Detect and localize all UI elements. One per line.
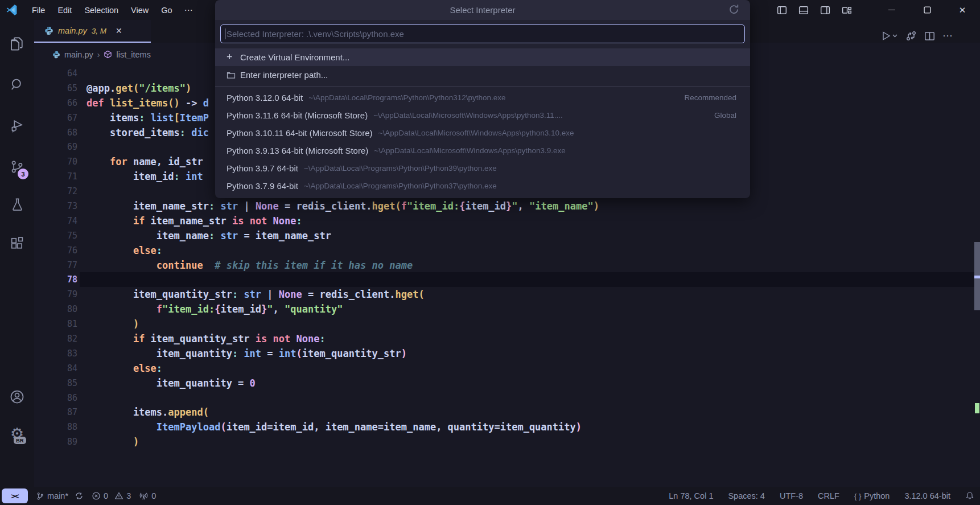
interpreter-item[interactable]: Python 3.10.11 64-bit (Microsoft Store)~… [215, 124, 750, 142]
code-line-87[interactable]: 87 items.append( [34, 405, 980, 420]
problems-indicator[interactable]: 0 3 [92, 491, 131, 500]
command-enter-interpreter-path[interactable]: Enter interpreter path... [215, 66, 750, 84]
encoding[interactable]: UTF-8 [780, 491, 803, 500]
code-line-86[interactable]: 86 [34, 391, 980, 405]
line-number: 68 [34, 128, 77, 138]
sidebar-item-extensions[interactable] [0, 229, 34, 257]
sidebar-item-explorer[interactable] [0, 30, 34, 58]
line-content: else: [87, 245, 162, 256]
toggle-panel-icon[interactable] [797, 3, 810, 17]
interpreter-filter-input[interactable] [220, 24, 745, 43]
minimize-button[interactable] [874, 0, 909, 20]
toggle-secondary-sidebar-icon[interactable] [818, 3, 832, 17]
testing-flask-icon [10, 197, 25, 212]
code-line-80[interactable]: 80 f"item_id:{item_id}", "quantity" [34, 302, 980, 317]
interpreter-name: Python 3.10.11 64-bit (Microsoft Store) [227, 128, 373, 138]
python-file-icon [52, 51, 60, 59]
menu-edit[interactable]: Edit [51, 3, 78, 17]
plus-icon: + [227, 51, 240, 63]
branch-name: main* [47, 491, 68, 500]
interpreter-item[interactable]: Python 3.7.9 64-bit~\AppData\Local\Progr… [215, 177, 750, 195]
python-interpreter-version[interactable]: 3.12.0 64-bit [904, 491, 950, 500]
search-icon [9, 77, 25, 93]
interpreter-path: ~\AppData\Local\Programs\Python\Python31… [308, 93, 676, 102]
menu-file[interactable]: File [26, 3, 51, 17]
close-button[interactable]: ✕ [945, 0, 980, 20]
line-content: f"item_id:{item_id}", "quantity" [87, 303, 343, 315]
more-actions-icon[interactable]: ⋯ [942, 30, 953, 42]
menu-overflow-button[interactable]: ⋯ [179, 5, 199, 15]
menu-go[interactable]: Go [155, 3, 178, 17]
explorer-icon [9, 35, 26, 52]
line-content: continue # skip this item if it has no n… [87, 260, 413, 271]
customize-layout-icon[interactable] [840, 3, 854, 17]
line-content: ) [87, 318, 139, 330]
code-line-78[interactable]: 78 [34, 272, 980, 287]
line-content: item_name: str = item_name_str [87, 230, 331, 241]
code-line-77[interactable]: 77 continue # skip this item if it has n… [34, 258, 980, 273]
sidebar-item-run-debug[interactable] [0, 112, 34, 139]
split-editor-icon[interactable] [924, 31, 935, 42]
line-number: 66 [34, 98, 77, 108]
cursor-position[interactable]: Ln 78, Col 1 [669, 491, 713, 500]
warning-count: 3 [126, 491, 131, 500]
interpreter-name: Python 3.11.6 64-bit (Microsoft Store) [227, 110, 368, 120]
code-line-81[interactable]: 81 ) [34, 317, 980, 331]
refresh-interpreters-icon[interactable] [728, 3, 740, 15]
command-create-venv[interactable]: + Create Virtual Environment... [215, 48, 750, 66]
code-line-76[interactable]: 76 else: [34, 243, 980, 258]
remote-indicator[interactable]: >< [2, 488, 28, 503]
menu-selection[interactable]: Selection [78, 3, 125, 17]
settings-button[interactable]: ⚙ BR [0, 420, 34, 447]
code-line-79[interactable]: 79 item_quantity_str: str | None = redis… [34, 287, 980, 302]
toggle-primary-sidebar-icon[interactable] [775, 3, 789, 17]
tab-main-py[interactable]: main.py 3, M ✕ [34, 20, 151, 43]
code-line-85[interactable]: 85 item_quantity = 0 [34, 376, 980, 391]
language-mode[interactable]: { } Python [854, 491, 890, 500]
code-line-83[interactable]: 83 item_quantity: int = int(item_quantit… [34, 346, 980, 361]
breadcrumb-file[interactable]: main.py [64, 50, 93, 59]
code-line-88[interactable]: 88 ItemPayload(item_id=item_id, item_nam… [34, 420, 980, 434]
run-python-file-button[interactable] [881, 31, 898, 41]
interpreter-item[interactable]: Python 3.9.13 64-bit (Microsoft Store)~\… [215, 142, 750, 159]
interpreter-item[interactable]: Python 3.9.7 64-bit~\AppData\Local\Progr… [215, 159, 750, 177]
code-line-74[interactable]: 74 if item_name_str is not None: [34, 214, 980, 228]
sidebar-item-search[interactable] [0, 71, 34, 98]
overview-ruler-cursor-marker [974, 276, 980, 278]
overview-ruler-change-marker [975, 403, 979, 413]
open-changes-icon[interactable] [905, 30, 917, 42]
interpreter-path: ~\AppData\Local\Programs\Python\Python37… [304, 182, 736, 190]
line-number: 89 [34, 437, 77, 447]
code-line-89[interactable]: 89 ) [34, 434, 980, 449]
indentation[interactable]: Spaces: 4 [728, 491, 765, 500]
interpreter-item[interactable]: Python 3.12.0 64-bit~\AppData\Local\Prog… [215, 89, 750, 106]
interpreter-item[interactable]: Python 3.11.6 64-bit (Microsoft Store)~\… [215, 106, 750, 124]
menu-view[interactable]: View [125, 3, 155, 17]
eol-sequence[interactable]: CRLF [818, 491, 839, 500]
maximize-button[interactable] [909, 0, 945, 20]
line-content: def list_items() -> d [87, 97, 209, 109]
line-content: items.append( [87, 407, 209, 418]
line-content: item_id: int [87, 171, 209, 182]
sidebar-item-source-control[interactable]: 3 [0, 153, 34, 180]
code-line-73[interactable]: 73 item_name_str: str | None = redis_cli… [34, 199, 980, 214]
code-line-75[interactable]: 75 item_name: str = item_name_str [34, 228, 980, 243]
branch-indicator[interactable]: main* [36, 491, 84, 500]
line-content: @app.get("/items") [87, 83, 191, 94]
line-number: 69 [34, 142, 77, 152]
code-line-82[interactable]: 82 if item_quantity_str is not None: [34, 331, 980, 346]
radio-tower-icon [139, 491, 149, 501]
line-number: 67 [34, 113, 77, 123]
interpreter-name: Python 3.7.9 64-bit [227, 181, 298, 191]
line-content: items: list[ItemP [87, 112, 209, 124]
notifications-bell-icon[interactable] [965, 491, 974, 500]
accounts-button[interactable] [0, 383, 34, 410]
sidebar-item-testing[interactable] [0, 191, 34, 218]
ports-indicator[interactable]: 0 [139, 491, 156, 501]
line-content: else: [87, 363, 162, 374]
code-line-84[interactable]: 84 else: [34, 361, 980, 376]
line-number: 87 [34, 407, 77, 417]
breadcrumb-symbol[interactable]: list_items [116, 50, 150, 59]
tab-close-icon[interactable]: ✕ [116, 26, 122, 35]
line-number: 85 [34, 378, 77, 388]
